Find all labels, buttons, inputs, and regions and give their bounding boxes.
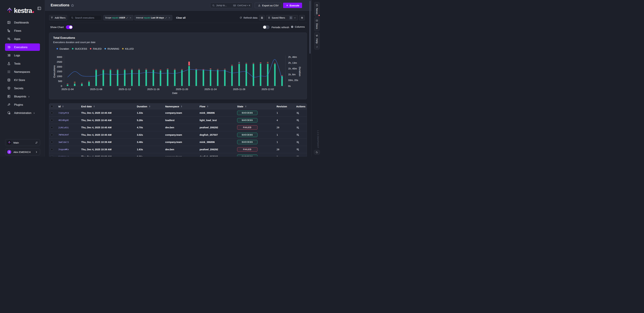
column-header-namespace[interactable]: Namespace <box>165 105 200 108</box>
pencil-edit-icon[interactable] <box>126 16 128 19</box>
execution-id-link[interactable]: 4D2dDgUE <box>58 119 81 122</box>
sort-icon[interactable] <box>62 105 64 108</box>
star-icon[interactable] <box>70 4 74 7</box>
svg-text:2025-11-04: 2025-11-04 <box>62 88 74 90</box>
row-details-icon[interactable] <box>296 126 299 129</box>
row-details-icon[interactable] <box>296 148 299 151</box>
close-icon[interactable] <box>129 16 132 19</box>
export-csv-button[interactable]: Export as CSV <box>255 3 282 8</box>
svg-text:2h, 46m: 2h, 46m <box>288 56 297 58</box>
sort-icon[interactable] <box>244 105 247 108</box>
execution-id-link[interactable]: 7JQYpPC9 <box>58 112 81 114</box>
sidebar-item-namespaces[interactable]: Namespaces <box>5 68 40 76</box>
add-filters-button[interactable]: Add filters <box>49 15 67 20</box>
scrollbar-thumb[interactable] <box>310 1 310 54</box>
sort-icon[interactable] <box>93 105 96 108</box>
jump-to-placeholder: Jump to... <box>216 4 233 7</box>
jump-to-search[interactable]: Jump to... Ctrl/Cmd + K <box>210 3 252 8</box>
sidebar-item-tests[interactable]: Tests <box>5 60 40 67</box>
pencil-edit-icon[interactable] <box>165 16 167 19</box>
kestra-logo[interactable]: kestra. <box>7 8 34 14</box>
executions-chart[interactable]: 0500100015002000250030000s33m, 20s1h, 6m… <box>49 33 307 100</box>
filter-chip-interval[interactable]: IntervalequalsLast 30 days <box>134 15 172 20</box>
sidebar-item-logs[interactable]: Logs <box>5 52 40 59</box>
sidebar-item-blueprints[interactable]: Blueprints <box>5 93 40 100</box>
column-header-duration[interactable]: Duration <box>137 105 165 108</box>
sidebar-item-plugins[interactable]: Plugins <box>5 101 40 108</box>
close-icon[interactable] <box>168 16 170 19</box>
cell-namespace: company.team <box>165 112 200 114</box>
row-checkbox[interactable] <box>51 141 53 143</box>
filter-chip-scope[interactable]: ScopeequalsUSER <box>104 15 133 20</box>
show-chart-toggle[interactable] <box>66 25 72 29</box>
row-checkbox[interactable] <box>51 156 53 156</box>
column-header-id[interactable]: Id <box>58 105 81 108</box>
column-header-end-date[interactable]: End date <box>81 105 137 108</box>
select-all-checkbox[interactable] <box>51 105 53 108</box>
cell-flow: dogfish_257507 <box>200 155 237 156</box>
execution-id-link[interactable]: 2nppuWKx <box>58 148 81 151</box>
rail-tab-help[interactable]: Help <box>314 32 320 50</box>
columns-button[interactable]: Columns <box>291 25 305 28</box>
clear-all-filters[interactable]: Clear all <box>176 15 186 20</box>
svg-text:1h, 6m: 1h, 6m <box>288 73 296 76</box>
sidebar-collapse-icon[interactable] <box>37 6 42 10</box>
cell-end-date: Thu, Dec 4, 2025 10:39 AM <box>81 148 137 151</box>
row-details-icon[interactable] <box>296 155 299 156</box>
search-executions-input[interactable] <box>75 16 100 19</box>
cell-duration: 1.33s <box>137 112 165 114</box>
user-menu[interactable]: A Alex EMERICH <box>5 148 40 155</box>
cell-end-date: Thu, Dec 4, 2025 10:40 AM <box>81 119 137 122</box>
row-checkbox[interactable] <box>51 148 53 151</box>
table-row: 2iRCu93iThu, Dec 4, 2025 10:40 AM4.70sde… <box>49 124 307 131</box>
cell-revision: 1 <box>276 155 296 156</box>
status-badge: FAILED <box>237 147 258 152</box>
row-checkbox[interactable] <box>51 126 53 129</box>
tenant-name: Main <box>14 141 35 144</box>
column-header-flow[interactable]: Flow <box>200 105 237 108</box>
sort-icon[interactable] <box>180 105 183 108</box>
saved-filters-dropdown[interactable]: Saved filters 1 <box>266 15 298 20</box>
blueprints-icon <box>7 94 11 98</box>
sort-icon[interactable] <box>206 105 209 108</box>
theme-toggle-button[interactable] <box>314 150 320 154</box>
save-filter-button[interactable] <box>259 15 265 20</box>
row-details-icon[interactable] <box>296 118 299 122</box>
news-icon <box>316 4 318 6</box>
sort-icon[interactable] <box>148 105 151 108</box>
sidebar-item-flows[interactable]: Flows <box>5 27 40 34</box>
sidebar-item-label: Secrets <box>14 87 23 90</box>
sidebar-item-kv-store[interactable]: KV Store <box>5 76 40 84</box>
execution-id-link[interactable]: 3mKl6k7J <box>58 141 81 144</box>
cell-duration: 3.02s <box>137 134 165 136</box>
sidebar-item-dashboards[interactable]: Dashboards <box>5 19 40 26</box>
rail-tab-news[interactable]: News <box>314 2 320 16</box>
svg-text:500: 500 <box>58 80 62 82</box>
refresh-data-button[interactable]: Refresh data <box>240 15 258 20</box>
sidebar-item-label: KV Store <box>14 78 25 82</box>
execution-id-link[interactable]: 5YCB1HwU <box>58 156 81 156</box>
row-checkbox[interactable] <box>51 134 53 136</box>
table-row: 2nppuWKxThu, Dec 4, 2025 10:39 AM1.63sde… <box>49 146 307 153</box>
svg-text:2025-11-24: 2025-11-24 <box>204 88 217 90</box>
keyboard-icon <box>233 4 236 7</box>
sidebar-item-apps[interactable]: Apps <box>5 35 40 42</box>
sidebar-item-executions[interactable]: Executions <box>5 44 40 51</box>
row-details-icon[interactable] <box>296 140 299 144</box>
execute-button[interactable]: Execute <box>283 3 302 8</box>
cell-duration: 5.28s <box>137 119 165 122</box>
row-details-icon[interactable] <box>296 112 299 114</box>
execution-id-link[interactable]: 2iRCu93i <box>58 126 81 129</box>
sidebar-item-administration[interactable]: Administration <box>5 109 40 116</box>
rail-tab-docs[interactable]: Docs <box>314 17 320 31</box>
row-checkbox[interactable] <box>51 112 53 114</box>
row-checkbox[interactable] <box>51 119 53 122</box>
row-details-icon[interactable] <box>296 133 299 136</box>
column-header-state[interactable]: State <box>237 105 276 108</box>
filter-settings-button[interactable] <box>299 15 305 20</box>
tenant-selector[interactable]: Main <box>5 139 40 146</box>
periodic-refresh-toggle[interactable] <box>263 25 270 29</box>
cell-end-date: Thu, Dec 4, 2025 10:40 AM <box>81 126 137 129</box>
execution-id-link[interactable]: 7NFWiK4f <box>58 134 81 136</box>
sidebar-item-secrets[interactable]: Secrets <box>5 84 40 92</box>
